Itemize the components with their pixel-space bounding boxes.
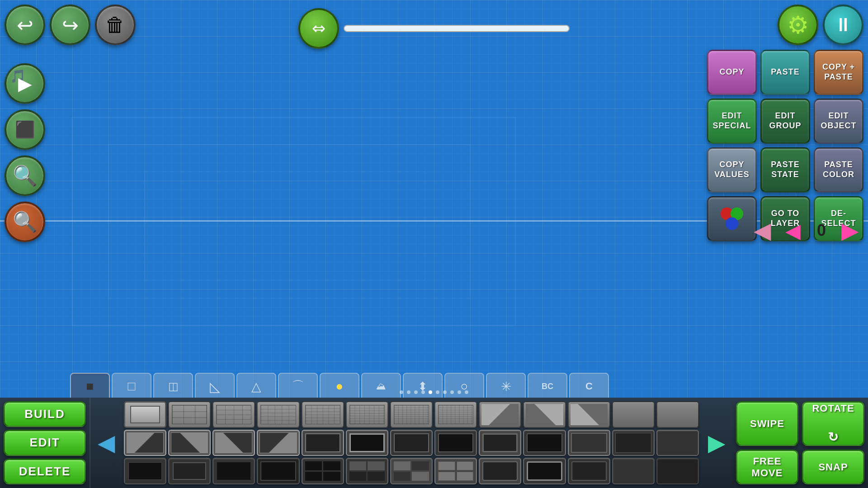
page-dot-7[interactable] (450, 390, 454, 394)
slider-track[interactable] (344, 25, 570, 32)
block-37[interactable] (568, 458, 610, 484)
snap-button[interactable]: SNAP (802, 450, 864, 484)
block-11[interactable] (568, 401, 610, 428)
copy-paste-button[interactable]: COPY + PASTE (814, 50, 863, 95)
palette-tab-c[interactable]: C (569, 373, 609, 400)
palette-prev-button[interactable]: ◀ (90, 398, 122, 488)
free-move-button[interactable]: FREE MOVE (736, 450, 798, 484)
palette-tab-solid[interactable]: ■ (70, 373, 110, 400)
edit-special-button[interactable]: EDIT SPECIAL (707, 99, 757, 144)
block-14[interactable] (124, 430, 166, 456)
block-9[interactable] (479, 401, 521, 428)
block-10[interactable] (523, 401, 566, 428)
block-2[interactable] (168, 401, 211, 428)
right-panel: COPY PASTE COPY + PASTE EDIT SPECIAL EDI… (707, 50, 863, 241)
block-17[interactable] (257, 430, 299, 456)
palette-tab-slope[interactable]: ◺ (195, 373, 235, 400)
palette-tab-burst[interactable]: ✳ (486, 373, 526, 400)
block-7[interactable] (390, 401, 433, 428)
block-5[interactable] (302, 401, 344, 428)
block-23[interactable] (523, 430, 566, 456)
page-dot-9[interactable] (465, 390, 468, 394)
build-mode-button[interactable]: BUILD (4, 401, 86, 427)
paste-button[interactable]: PASTE (760, 50, 810, 95)
block-33[interactable] (390, 458, 433, 484)
copy-button[interactable]: COPY (707, 50, 757, 95)
block-8[interactable] (434, 401, 477, 428)
mode-buttons: BUILD EDIT DELETE (0, 398, 90, 488)
page-dot-5[interactable] (436, 390, 439, 394)
layer-prev-button[interactable]: ◀ (749, 217, 776, 244)
zoom-in-button[interactable]: 🔍 (5, 155, 45, 196)
palette-tab-curved[interactable]: ⌒ (278, 373, 318, 400)
block-4[interactable] (257, 401, 299, 428)
layer-prev-small-button[interactable]: ◀ (779, 217, 807, 244)
object-grid (122, 398, 701, 488)
block-24[interactable] (568, 430, 610, 456)
palette-tab-empty[interactable]: □ (112, 373, 151, 400)
rotate-button[interactable]: ROTATE↻ (802, 401, 864, 446)
palette-tab-spike[interactable]: △ (236, 373, 276, 400)
block-27[interactable] (124, 458, 166, 484)
block-30[interactable] (257, 458, 299, 484)
palette-tab-circle[interactable]: ○ (444, 373, 484, 400)
palette-tab-orb[interactable]: ● (320, 373, 359, 400)
block-29[interactable] (212, 458, 255, 484)
block-15[interactable] (168, 430, 211, 456)
stop-icon: ⬛ (15, 120, 35, 139)
page-dot-2[interactable] (414, 390, 418, 394)
page-indicator (400, 390, 468, 394)
page-dot-6[interactable] (443, 390, 447, 394)
block-19[interactable] (346, 430, 388, 456)
block-39[interactable] (656, 458, 699, 484)
block-3[interactable] (212, 401, 255, 428)
copy-values-button[interactable]: COPY VALUES (707, 147, 757, 192)
page-dot-8[interactable] (458, 390, 461, 394)
block-12[interactable] (612, 401, 655, 428)
slider-handle[interactable]: ⇔ (298, 8, 339, 49)
edit-mode-button[interactable]: EDIT (4, 430, 86, 455)
redo-button[interactable]: ↪ (50, 5, 90, 45)
music-button[interactable]: ▶ 🎵 (5, 63, 45, 104)
page-dot-3[interactable] (421, 390, 425, 394)
settings-button[interactable]: ⚙ (778, 5, 818, 45)
zoom-out-button[interactable]: 🔍 (5, 202, 45, 242)
block-34[interactable] (434, 458, 477, 484)
palette-tab-bc[interactable]: BC (528, 373, 567, 400)
block-28[interactable] (168, 458, 211, 484)
delete-mode-button[interactable]: DELETE (4, 459, 86, 484)
palette-tab-half[interactable]: ◫ (153, 373, 193, 400)
block-13[interactable] (656, 401, 699, 428)
paste-color-button[interactable]: PASTE COLOR (814, 147, 863, 192)
delete-button[interactable]: 🗑 (95, 5, 136, 45)
block-22[interactable] (479, 430, 521, 456)
block-31[interactable] (302, 458, 344, 484)
block-6[interactable] (346, 401, 388, 428)
layer-next-button[interactable]: ▶ (836, 217, 863, 244)
page-dot-4[interactable] (429, 390, 432, 394)
block-16[interactable] (212, 430, 255, 456)
swipe-button[interactable]: SWIPE (736, 401, 798, 446)
paste-state-button[interactable]: PASTE STATE (760, 147, 810, 192)
block-21[interactable] (434, 430, 477, 456)
page-dot-0[interactable] (400, 390, 403, 394)
undo-button[interactable]: ↩ (5, 5, 45, 45)
edit-object-button[interactable]: EDIT OBJECT (814, 99, 863, 144)
block-38[interactable] (612, 458, 655, 484)
block-25[interactable] (612, 430, 655, 456)
block-26[interactable] (656, 430, 699, 456)
block-32[interactable] (346, 458, 388, 484)
block-35[interactable] (479, 458, 521, 484)
block-36[interactable] (523, 458, 566, 484)
block-20[interactable] (390, 430, 433, 456)
bc-label: BC (542, 382, 553, 391)
stop-button[interactable]: ⬛ ▶ (5, 109, 45, 150)
palette-next-button[interactable]: ▶ (701, 398, 732, 488)
page-dot-1[interactable] (407, 390, 410, 394)
block-1[interactable] (124, 401, 166, 428)
pause-button[interactable]: ⏸ (823, 5, 863, 45)
block-18[interactable] (302, 430, 344, 456)
edit-group-button[interactable]: EDIT GROUP (760, 99, 810, 144)
palette-tab-deco[interactable]: ⛰ (361, 373, 401, 400)
palette-tab-chain[interactable]: ⬍ (403, 373, 443, 400)
